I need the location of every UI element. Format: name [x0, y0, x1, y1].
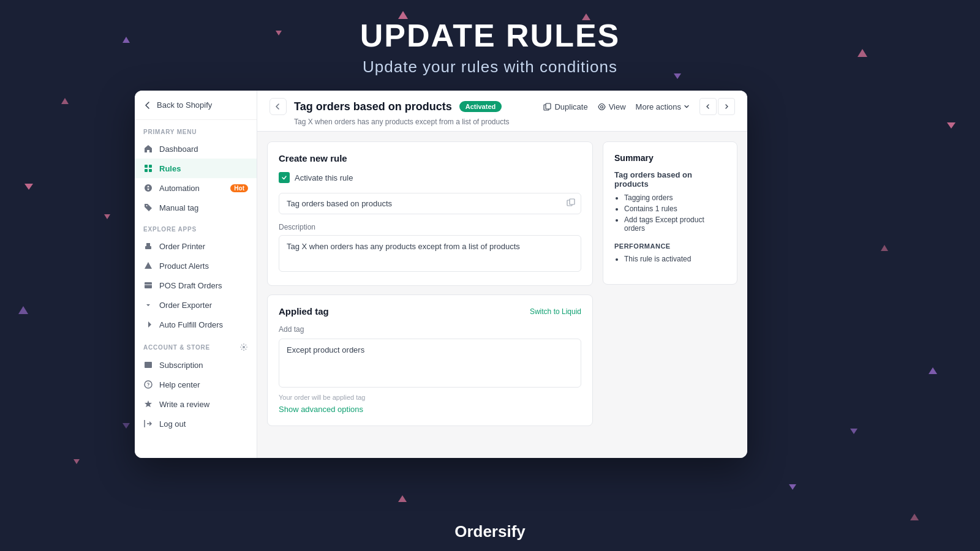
svg-rect-9 [145, 362, 152, 368]
activate-checkbox-row: Activate this rule [279, 172, 581, 183]
auto-fulfill-label: Auto Fulfill Orders [159, 320, 223, 329]
page-footer: Ordersify [0, 522, 980, 541]
summary-item-2: Contains 1 rules [624, 204, 726, 213]
description-textarea[interactable]: <span data-bind="create_rule.description… [279, 235, 581, 272]
order-printer-label: Order Printer [159, 242, 205, 251]
sidebar-item-order-exporter[interactable]: Order Exporter [135, 295, 257, 315]
summary-item-1: Tagging orders [624, 193, 726, 202]
svg-point-14 [600, 105, 603, 108]
manual-tag-label: Manual tag [159, 203, 198, 212]
activate-checkbox[interactable] [279, 172, 290, 183]
alert-icon [143, 261, 153, 271]
status-badge: Activated [459, 101, 502, 112]
svg-rect-2 [145, 169, 148, 172]
tag-hint: Your order will be applied tag [279, 394, 581, 401]
rule-name-input[interactable] [279, 193, 581, 214]
main-content: Tag orders based on products Activated D… [257, 91, 747, 458]
subscription-icon [143, 360, 153, 370]
create-rule-title: Create new rule [279, 153, 581, 163]
left-panel: Create new rule Activate this rule [267, 141, 593, 448]
explore-apps-label: EXPLORE APPS [135, 217, 257, 236]
topbar-back-button[interactable] [270, 98, 287, 115]
summary-item-3: Add tags Except product orders [624, 216, 726, 233]
sidebar-item-subscription[interactable]: Subscription [135, 355, 257, 375]
applied-tag-header: Applied tag Switch to Liquid [279, 306, 581, 317]
summary-rule-title: Tag orders based on products [614, 170, 726, 189]
rules-label: Rules [159, 164, 181, 173]
help-center-label: Help center [159, 380, 200, 389]
ui-window: Back to Shopify PRIMARY MENU Dashboard R… [135, 91, 747, 458]
duplicate-button[interactable]: Duplicate [543, 100, 587, 114]
summary-list: Tagging orders Contains 1 rules Add tags… [614, 193, 726, 233]
sidebar-item-product-alerts[interactable]: Product Alerts [135, 256, 257, 276]
prev-arrow-icon [706, 104, 710, 109]
next-button[interactable] [718, 98, 735, 115]
logout-label: Log out [159, 419, 186, 429]
back-label: Back to Shopify [157, 100, 212, 110]
primary-menu-label: PRIMARY MENU [135, 120, 257, 139]
sidebar-item-review[interactable]: Write a review [135, 394, 257, 414]
order-exporter-label: Order Exporter [159, 301, 212, 310]
activate-label: Activate this rule [295, 173, 353, 182]
automation-label: Automation [159, 184, 200, 193]
rule-title: Tag orders based on products [294, 100, 452, 113]
performance-item: This rule is activated [624, 255, 726, 263]
sidebar-item-auto-fulfill[interactable]: Auto Fulfill Orders [135, 315, 257, 334]
top-bar: Tag orders based on products Activated D… [257, 91, 747, 132]
applied-tag-card: Applied tag Switch to Liquid Add tag You… [267, 294, 593, 426]
main-subtitle: Update your rules with conditions [0, 58, 980, 77]
back-to-shopify[interactable]: Back to Shopify [135, 91, 257, 120]
export-icon [143, 300, 153, 310]
sidebar: Back to Shopify PRIMARY MENU Dashboard R… [135, 91, 257, 458]
rule-name-group [279, 193, 581, 214]
eye-icon [598, 103, 606, 111]
svg-rect-16 [570, 199, 575, 204]
svg-rect-6 [145, 282, 152, 288]
performance-label: PERFORMANCE [614, 242, 726, 250]
sidebar-item-pos-draft[interactable]: POS Draft Orders [135, 276, 257, 295]
rules-icon [143, 163, 153, 173]
sidebar-item-logout[interactable]: Log out [135, 414, 257, 433]
tag-textarea[interactable] [279, 339, 581, 388]
prev-button[interactable] [699, 98, 717, 115]
sidebar-item-rules[interactable]: Rules [135, 159, 257, 178]
create-rule-card: Create new rule Activate this rule [267, 141, 593, 286]
automation-badge: Hot [230, 184, 248, 192]
summary-title: Summary [614, 153, 726, 163]
pos-icon [143, 280, 153, 290]
summary-card: Summary Tag orders based on products Tag… [603, 141, 737, 285]
top-bar-actions: Duplicate View More actions [543, 98, 735, 115]
back-arrow-icon [143, 101, 152, 110]
copy-icon [567, 198, 575, 209]
next-arrow-icon [724, 104, 729, 109]
sidebar-item-help[interactable]: Help center [135, 375, 257, 394]
switch-to-liquid-button[interactable]: Switch to Liquid [530, 307, 581, 316]
view-button[interactable]: View [598, 100, 626, 114]
content-area: Create new rule Activate this rule [257, 132, 747, 458]
page-header: UPDATE RULES Update your rules with cond… [0, 0, 980, 77]
applied-tag-title: Applied tag [279, 306, 329, 317]
svg-rect-13 [546, 103, 551, 109]
svg-point-10 [145, 381, 152, 388]
duplicate-icon [543, 103, 551, 111]
star-icon [143, 399, 153, 409]
chevron-down-icon [684, 103, 690, 110]
fulfill-icon [143, 320, 153, 329]
sidebar-item-dashboard[interactable]: Dashboard [135, 139, 257, 159]
printer-icon [143, 241, 153, 251]
show-advanced-button[interactable]: Show advanced options [279, 405, 363, 414]
right-panel: Summary Tag orders based on products Tag… [603, 141, 737, 448]
performance-list: This rule is activated [614, 255, 726, 263]
settings-icon [239, 343, 248, 351]
svg-rect-5 [146, 247, 150, 248]
sidebar-item-automation[interactable]: Automation Hot [135, 178, 257, 198]
account-label: ACCOUNT & STORE [135, 334, 257, 355]
more-actions-button[interactable]: More actions [636, 102, 690, 111]
sidebar-item-order-printer[interactable]: Order Printer [135, 236, 257, 256]
footer-brand: Ordersify [454, 522, 526, 541]
automation-icon [143, 183, 153, 193]
sidebar-item-manual-tag[interactable]: Manual tag [135, 198, 257, 217]
back-chevron-icon [275, 103, 281, 110]
write-review-label: Write a review [159, 400, 209, 409]
svg-rect-3 [149, 169, 152, 172]
